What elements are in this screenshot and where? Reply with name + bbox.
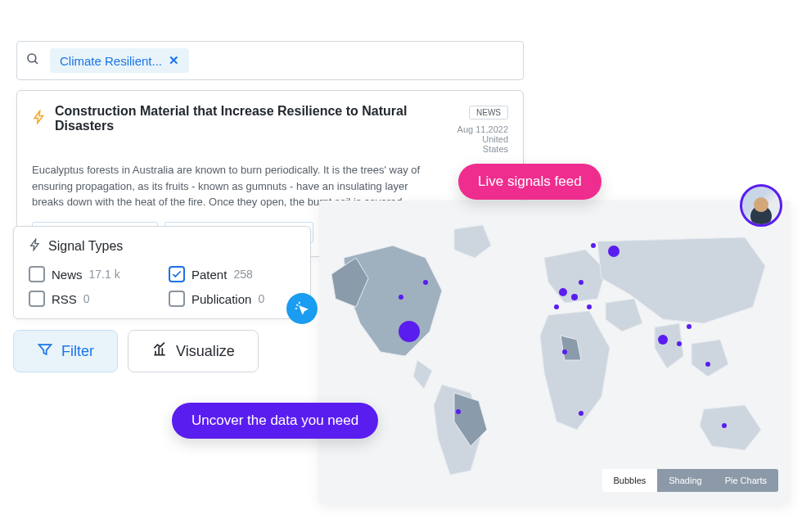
svg-point-9 — [608, 246, 620, 257]
signal-type-patent[interactable]: Patent 258 — [169, 266, 295, 282]
svg-point-14 — [705, 362, 710, 367]
map-svg — [319, 201, 790, 503]
search-bar[interactable]: Climate Resilient... ✕ — [16, 41, 524, 80]
live-signals-pill: Live signals feed — [458, 164, 602, 200]
svg-point-6 — [579, 280, 583, 285]
result-title: Construction Material that Increase Resi… — [55, 104, 456, 133]
signal-type-rss[interactable]: RSS 0 — [29, 291, 155, 307]
filter-label: Filter — [61, 343, 94, 360]
filter-icon — [37, 341, 53, 362]
svg-point-10 — [591, 243, 596, 248]
toggle-shading[interactable]: Shading — [657, 469, 713, 492]
svg-point-0 — [28, 54, 36, 62]
pointer-icon — [286, 293, 318, 324]
bolt-outline-icon — [29, 238, 42, 255]
svg-point-4 — [559, 288, 567, 296]
chart-icon — [151, 341, 168, 362]
signal-count: 258 — [233, 268, 252, 281]
visualize-label: Visualize — [176, 343, 235, 360]
close-icon[interactable]: ✕ — [169, 53, 179, 68]
signal-type-publication[interactable]: Publication 0 — [169, 291, 295, 307]
filter-button[interactable]: Filter — [13, 330, 118, 372]
bolt-icon — [32, 110, 47, 128]
svg-point-17 — [562, 349, 567, 354]
svg-point-15 — [722, 423, 727, 428]
svg-point-7 — [554, 304, 559, 309]
svg-point-5 — [571, 294, 578, 300]
signal-count: 0 — [83, 292, 90, 305]
signal-types-panel: Signal Types News 17.1 k Patent 258 RSS … — [13, 226, 311, 319]
signal-count: 0 — [258, 292, 264, 305]
svg-line-1 — [34, 61, 38, 64]
checkbox-icon[interactable] — [29, 266, 45, 282]
signal-label: News — [52, 268, 83, 282]
svg-point-8 — [587, 304, 592, 309]
svg-point-13 — [687, 324, 692, 329]
result-date: Aug 11,2022 — [456, 124, 508, 134]
result-meta: NEWS Aug 11,2022 United States — [456, 104, 508, 154]
signal-label: Publication — [191, 292, 251, 306]
signal-count: 17.1 k — [89, 268, 120, 281]
svg-point-16 — [579, 411, 583, 416]
visualize-button[interactable]: Visualize — [128, 330, 259, 372]
result-country: United States — [456, 134, 508, 154]
action-buttons: Filter Visualize — [13, 330, 259, 372]
avatar[interactable] — [740, 184, 782, 227]
checkbox-icon[interactable] — [169, 291, 185, 307]
signal-label: RSS — [52, 292, 77, 306]
checkbox-icon[interactable] — [29, 291, 45, 307]
svg-point-12 — [677, 341, 682, 346]
svg-point-19 — [399, 295, 403, 300]
toggle-bubbles[interactable]: Bubbles — [602, 469, 658, 492]
panel-heading: Signal Types — [29, 238, 295, 255]
svg-point-3 — [399, 321, 420, 342]
signal-label: Patent — [191, 268, 227, 282]
map-view-toggle[interactable]: Bubbles Shading Pie Charts — [602, 469, 779, 492]
toggle-pie[interactable]: Pie Charts — [714, 469, 778, 492]
search-icon — [25, 52, 40, 70]
signal-type-news[interactable]: News 17.1 k — [29, 266, 155, 282]
search-chip[interactable]: Climate Resilient... ✕ — [50, 48, 189, 73]
svg-point-11 — [658, 335, 668, 345]
type-badge: NEWS — [469, 106, 508, 119]
uncover-data-pill: Uncover the data you need — [172, 403, 378, 439]
checkbox-checked-icon[interactable] — [169, 266, 185, 282]
svg-point-18 — [456, 409, 461, 414]
svg-point-20 — [423, 280, 428, 285]
panel-heading-text: Signal Types — [48, 239, 123, 254]
world-map[interactable]: Bubbles Shading Pie Charts — [319, 201, 790, 503]
search-chip-text: Climate Resilient... — [60, 54, 162, 68]
